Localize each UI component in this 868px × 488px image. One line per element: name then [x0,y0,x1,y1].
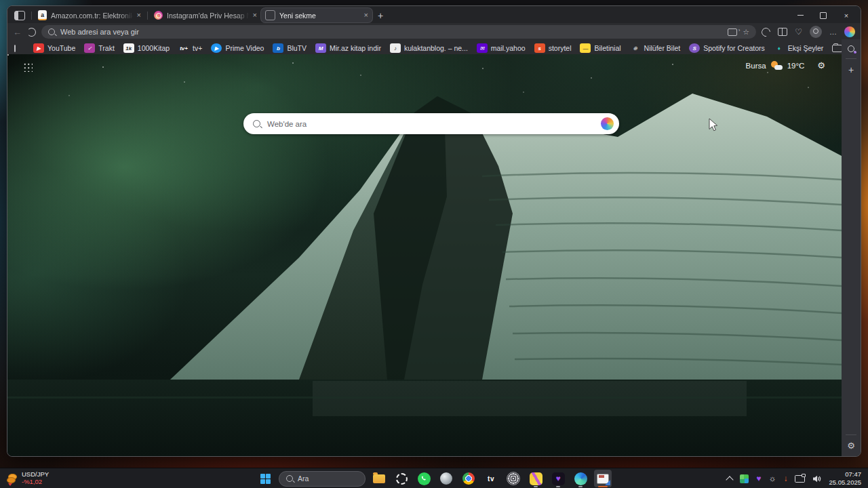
reader-app-icon[interactable] [527,470,545,487]
address-placeholder: Web adresi ara veya gir [60,28,722,36]
display-cast-icon[interactable] [795,475,805,483]
google-earth-icon[interactable] [437,470,455,487]
amazon-favicon-icon: a [38,10,47,20]
maximize-button[interactable] [812,8,835,22]
page-settings-gear-icon[interactable]: ⚙ [817,61,825,70]
miraz-favicon-icon: M [315,43,326,53]
tab-amazon[interactable]: a Amazon.com.tr: Elektronik, bilgisa × [34,8,145,22]
storytel-favicon-icon: s [534,43,545,53]
copilot-icon[interactable] [844,26,855,37]
taskbar-search-box[interactable]: Ara [279,471,366,487]
currency-coins-icon [7,473,18,484]
bookmark-label: Prime Video [225,44,264,52]
bookmark-biletinial[interactable]: — Biletinial [580,43,620,53]
chatgpt-icon[interactable] [393,470,410,487]
apple-tv-icon[interactable]: tv [482,470,500,487]
tab-actions-icon[interactable] [14,11,25,20]
bookmark-storytel[interactable]: s storytel [534,43,572,53]
profile-avatar[interactable] [810,26,822,38]
taskbar-widget[interactable]: USD/JPY -%1,02 [7,471,49,486]
settings-menu-icon[interactable]: … [829,28,837,36]
tab-instagram[interactable]: Instagram'da Priv Hesap Ne Dem × [150,8,261,22]
screen-capture-app-icon[interactable] [594,470,612,487]
bookmark-1000kitap[interactable]: 1k 1000Kitap [123,43,170,53]
tab-strip: a Amazon.com.tr: Elektronik, bilgisa × I… [7,6,861,23]
tab-device-icon[interactable] [14,45,16,52]
refresh-icon[interactable] [27,28,36,37]
bookmark-label: Biletinial [594,44,620,52]
bookmark-label: Trakt [98,44,115,52]
close-button[interactable]: × [835,8,858,22]
copilot-icon[interactable] [601,117,614,130]
download-manager-icon[interactable]: ↓ [783,474,787,483]
trakt-favicon-icon: ✓ [84,43,95,53]
new-tab-button[interactable]: + [378,11,383,20]
bookmark-nilufer-bilet[interactable]: ⊕ Nilüfer Bilet [630,43,681,53]
hidden-icons-chevron-icon[interactable] [727,475,732,483]
bookmark-spotify-creators[interactable]: S Spotify for Creators [689,43,764,53]
bookmark-blutv[interactable]: b BluTV [273,43,307,53]
start-button[interactable] [256,470,274,487]
edge-icon[interactable] [572,470,589,487]
favorites-bar: ▶ YouTube ✓ Trakt 1k 1000Kitap tv+ tv+ ▶… [7,41,861,56]
yahoo-mail-favicon-icon: ✉ [477,43,488,53]
clock-time: 07:47 [829,470,861,479]
close-tab-icon[interactable]: × [364,12,368,19]
bookmark-youtube[interactable]: ▶ YouTube [33,43,75,53]
search-icon [48,28,55,35]
prime-video-favicon-icon: ▶ [211,43,222,53]
tab-new-tab[interactable]: Yeni sekme × [261,8,372,22]
bookmark-label: mail.yahoo [491,44,526,52]
extensions-icon[interactable] [760,26,772,38]
bookmark-kulaktanblog[interactable]: ♪ kulaktanblog. – ne... [390,43,468,53]
minimize-button[interactable] [789,8,812,22]
read-aloud-icon[interactable] [728,28,737,36]
split-screen-icon[interactable] [778,28,787,36]
bookmark-prime-video[interactable]: ▶ Prime Video [211,43,264,53]
address-toolbar: ← Web adresi ara veya gir ☆ ♡ … [7,23,861,41]
whatsapp-icon[interactable] [415,470,433,487]
bookmark-label: Mir.az kitap indir [330,44,381,52]
bookmark-mail-yahoo[interactable]: ✉ mail.yahoo [477,43,526,53]
close-tab-icon[interactable]: × [137,12,141,19]
sidebar-search-icon[interactable] [848,45,854,52]
divider [846,434,856,435]
bookmark-label: Nilüfer Bilet [644,44,681,52]
blutv-favicon-icon: b [273,43,283,53]
windows-logo-icon [260,474,271,484]
apps-grid-icon[interactable] [22,62,33,72]
browser-essentials-icon[interactable]: ♡ [795,28,802,36]
bookmark-tvplus[interactable]: tv+ tv+ [178,43,202,53]
bookmark-label: 1000Kitap [138,44,170,52]
1000kitap-favicon-icon: 1k [123,43,134,53]
address-bar[interactable]: Web adresi ara veya gir ☆ [41,25,756,39]
heart-app-icon[interactable]: ♥ [549,470,567,487]
bookmark-eksi-seyler[interactable]: ♦ Ekşi Şeyler [774,43,824,53]
back-icon[interactable]: ← [13,28,22,37]
favorite-star-icon[interactable]: ☆ [743,28,749,36]
divider [147,12,148,20]
sidebar-add-icon[interactable]: + [848,65,854,75]
web-search-box[interactable]: Web'de ara [243,113,619,134]
speaker-icon[interactable] [812,475,821,483]
bookmark-trakt[interactable]: ✓ Trakt [84,43,115,53]
file-explorer-icon[interactable] [370,470,388,487]
chrome-icon[interactable] [460,470,477,487]
sidebar-settings-gear-icon[interactable]: ⚙ [847,441,855,450]
search-icon [253,120,260,127]
brightness-sun-icon[interactable]: ☼ [768,474,776,483]
new-tab-favicon-icon [265,10,275,20]
camera-lens-app-icon[interactable] [505,470,522,487]
eksi-seyler-favicon-icon: ♦ [774,43,785,53]
bookmark-label: YouTube [47,44,75,52]
close-tab-icon[interactable]: × [253,12,257,19]
tray-heart-app-icon[interactable]: ♥ [756,474,761,483]
divider [846,58,856,59]
tray-green-app-icon[interactable] [740,474,749,483]
mouse-cursor [709,118,719,132]
weather-widget[interactable]: Bursa 19°C ⚙ [746,61,825,70]
bookmark-miraz[interactable]: M Mir.az kitap indir [315,43,381,53]
taskbar-clock[interactable]: 07:47 25.05.2025 [829,470,861,487]
bookmark-label: tv+ [193,44,202,52]
bookmark-label: Ekşi Şeyler [788,44,824,52]
